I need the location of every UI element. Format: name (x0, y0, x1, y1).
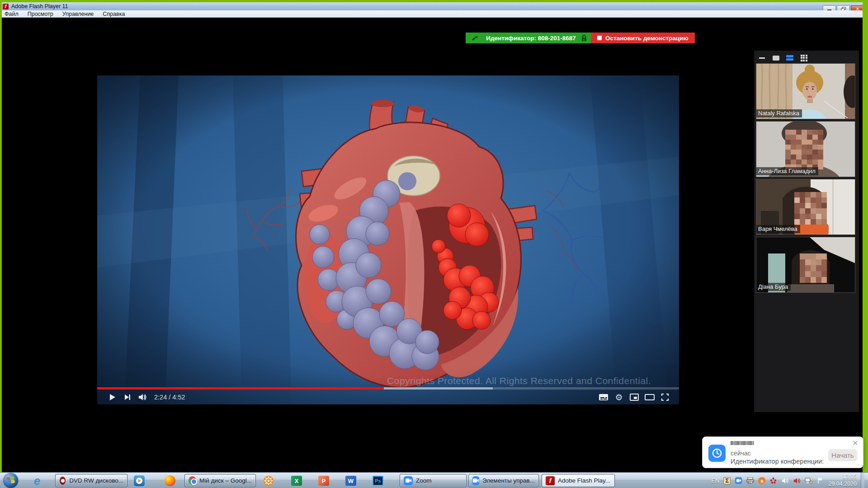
zoom-icon (404, 476, 413, 485)
pixelated-face (794, 192, 827, 225)
menu-file[interactable]: Файл (0, 10, 23, 18)
redacted-meeting-title (731, 441, 754, 445)
zoom-notification-toast: сейчас Идентификатор конференции: Начать… (702, 436, 863, 468)
taskbar-firefox-icon[interactable] (163, 474, 177, 487)
flash-player-icon: f (546, 476, 555, 485)
window-titlebar: f Adobe Flash Player 11 ✕ (0, 2, 868, 10)
red-volume-tray-icon[interactable] (793, 477, 801, 484)
settings-button[interactable]: ⚙ (611, 391, 627, 403)
taskbar-button-label: DVD RW дисково... (69, 477, 123, 484)
pixelated-face (800, 253, 827, 283)
meeting-id-section: Идентификатор: 808-201-8687 E (466, 33, 591, 43)
pixelated-face (785, 130, 823, 169)
menu-help[interactable]: Справка (98, 10, 129, 18)
volume-tray-icon[interactable] (781, 477, 789, 484)
excel-icon: X (291, 476, 302, 486)
taskbar-wmp-icon[interactable] (132, 474, 146, 487)
participant-video-2: Анна-Лиза Гламадил (756, 121, 855, 177)
clock-icon (712, 448, 722, 459)
svg-text:E: E (583, 38, 585, 41)
internet-explorer-icon: e (34, 475, 40, 487)
toast-close-icon[interactable]: ✕ (852, 440, 858, 446)
taskbar-ie-icon[interactable]: e (30, 474, 44, 487)
play-button[interactable] (104, 391, 120, 403)
sigma-tray-icon[interactable]: Σ (723, 477, 731, 484)
gear-icon: ⚙ (615, 392, 623, 402)
taskbar-button-dvd[interactable]: DVD RW дисково... (55, 474, 127, 487)
participant-name: Анна-Лиза Гламадил (756, 167, 818, 175)
taskbar-excel-icon[interactable]: X (289, 474, 304, 487)
avast-tray-icon[interactable]: a (758, 477, 765, 484)
orange-wheel-icon (263, 475, 274, 486)
taskbar-wheel-icon[interactable] (261, 474, 276, 487)
stop-share-label: Остановить демонстрацию (605, 35, 689, 42)
video-player[interactable]: Copyrights Protected. All Rights Reserve… (97, 75, 679, 404)
miniplayer-button[interactable] (627, 391, 642, 403)
subtitles-icon (599, 394, 609, 401)
red-dots-tray-icon[interactable] (769, 477, 777, 484)
stop-share-button[interactable]: Остановить демонстрацию (591, 33, 695, 43)
taskbar-powerpoint-icon[interactable]: P (316, 474, 331, 487)
show-desktop-button[interactable] (861, 473, 864, 488)
meeting-id-label: Идентификатор: 808-201-8687 (481, 35, 581, 42)
windows-flag-icon (6, 476, 15, 484)
share-border-left (0, 2, 2, 472)
lock-icon: E (581, 34, 587, 42)
fullscreen-button[interactable] (657, 391, 673, 403)
zoom-tray-icon[interactable] (735, 477, 742, 484)
zoom-meeting-icon (708, 445, 726, 462)
watermark-text: Copyrights Protected. All Rights Reserve… (387, 375, 651, 386)
time-display: 2:24 / 4:52 (154, 394, 185, 401)
menu-bar: Файл Просмотр Управление Справка (0, 10, 868, 18)
firefox-icon (165, 475, 175, 486)
stop-icon (597, 36, 602, 40)
desktop: f Adobe Flash Player 11 ✕ Файл Просмотр … (0, 0, 868, 488)
word-icon: W (345, 476, 356, 486)
participant-video-1: Nataly Rafalska (756, 63, 855, 119)
participant-name: Діана Бура (756, 283, 791, 291)
volume-button[interactable] (135, 391, 151, 403)
start-button[interactable] (3, 473, 19, 488)
gallery-view-icon[interactable] (800, 55, 808, 61)
powerpoint-icon: P (318, 476, 329, 486)
zoom-icon (472, 476, 479, 485)
taskbar-button-chrome[interactable]: Мій диск – Googl... (184, 474, 256, 487)
taskbar-button-zoom[interactable]: Zoom (400, 474, 467, 487)
share-border-top (0, 0, 868, 2)
strip-view-icon[interactable] (786, 55, 794, 61)
participant-name: Nataly Rafalska (756, 109, 802, 117)
dvd-drive-icon (59, 476, 66, 485)
photoshop-icon: Ps (373, 476, 383, 486)
language-indicator[interactable]: EN (711, 477, 719, 484)
speaker-view-icon[interactable] (772, 55, 780, 61)
printer-tray-icon[interactable] (746, 477, 754, 484)
taskbar-clock[interactable]: 13:05 29.04.2020 (828, 474, 857, 488)
panel-minimize-icon[interactable] (758, 55, 766, 61)
participants-panel: Nataly Rafalska Анна-Лиза Гламадил Варя … (754, 51, 859, 412)
clock-date: 29.04.2020 (828, 481, 857, 488)
player-controls: 2:24 / 4:52 ⚙ (97, 389, 679, 404)
taskbar-button-flash[interactable]: f Adobe Flash Play... (542, 474, 615, 487)
next-icon (124, 394, 131, 401)
window-title: Adobe Flash Player 11 (11, 3, 68, 9)
taskbar-photoshop-icon[interactable]: Ps (371, 474, 385, 487)
taskbar-button-label: Элементы управ... (482, 477, 535, 484)
chrome-icon (189, 476, 196, 485)
taskbar: e DVD RW дисково... Мій диск – Googl... (0, 472, 868, 488)
taskbar-word-icon[interactable]: W (344, 474, 358, 487)
heart-animation-frame (97, 75, 679, 404)
taskbar-button-label: Мій диск – Googl... (199, 477, 252, 484)
subtitles-button[interactable] (596, 391, 611, 403)
menu-control[interactable]: Управление (58, 10, 99, 18)
participant-video-4: Діана Бура (756, 237, 855, 293)
panel-view-controls (758, 53, 808, 63)
network-tray-icon[interactable] (805, 477, 812, 484)
menu-view[interactable]: Просмотр (23, 10, 58, 18)
theater-button[interactable] (642, 391, 657, 403)
start-meeting-button[interactable]: Начать (828, 449, 857, 461)
participant-video-3: Варя Чмелёва (756, 179, 855, 235)
taskbar-button-zoom-controls[interactable]: Элементы управ... (468, 474, 539, 487)
next-button[interactable] (120, 391, 135, 403)
action-center-flag-icon[interactable] (816, 477, 824, 484)
toast-body-text: Идентификатор конференции: (731, 458, 824, 465)
